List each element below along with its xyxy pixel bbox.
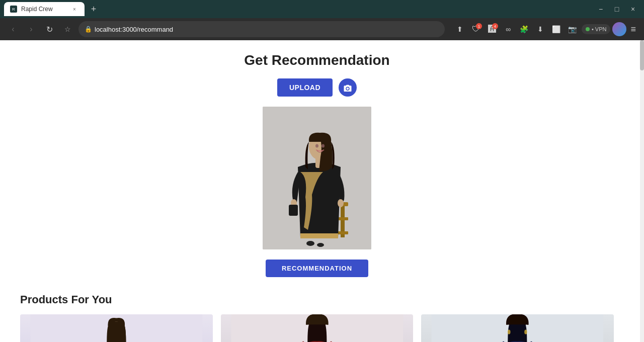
download-icon[interactable]: ⬇ xyxy=(533,22,547,36)
vpn-status-dot xyxy=(586,27,590,31)
products-grid xyxy=(20,314,614,342)
puzzle-icon[interactable]: 🧩 xyxy=(517,22,531,36)
page-title: Get Recommendation xyxy=(20,40,614,78)
vpn-button[interactable]: • VPN xyxy=(582,24,611,34)
svg-point-9 xyxy=(338,199,344,207)
reload-button[interactable]: ↻ xyxy=(42,22,56,36)
maximize-button[interactable]: □ xyxy=(610,2,624,16)
recommendation-button[interactable]: RECOMMENDATION xyxy=(266,260,368,277)
product-image-2 xyxy=(221,314,414,342)
share-icon[interactable]: ⬆ xyxy=(453,22,467,36)
product-model-1 xyxy=(20,314,213,342)
extension-icon-2[interactable]: 🅰 4 xyxy=(485,22,499,36)
camera-icon xyxy=(343,83,352,92)
svg-point-28 xyxy=(508,329,511,334)
image-container xyxy=(20,107,614,249)
tab-close-button[interactable]: × xyxy=(70,5,78,13)
address-wrapper: 🔒 localhost:3000/recommand xyxy=(78,21,445,37)
forward-button[interactable]: › xyxy=(24,22,38,36)
product-image-3 xyxy=(421,314,614,342)
tab-favicon: R xyxy=(10,6,17,13)
lock-icon: 🔒 xyxy=(85,26,92,33)
camera-extension-icon[interactable]: 📷 xyxy=(566,22,580,36)
product-card-3[interactable] xyxy=(421,314,614,342)
close-button[interactable]: × xyxy=(626,2,640,16)
product-card-1[interactable] xyxy=(20,314,213,342)
upload-section: UPLOAD xyxy=(20,78,614,97)
window-controls: − □ × xyxy=(594,2,640,16)
menu-button[interactable]: ≡ xyxy=(628,22,638,37)
address-bar: ‹ › ↻ ☆ 🔒 localhost:3000/recommand ⬆ 🛡 1… xyxy=(0,18,644,40)
svg-point-29 xyxy=(525,329,528,334)
svg-point-6 xyxy=(306,241,314,246)
tab-bar: R Rapid Crew × + − □ × xyxy=(0,0,644,18)
new-tab-button[interactable]: + xyxy=(87,2,101,16)
profile-avatar[interactable] xyxy=(612,22,626,36)
tab-title: Rapid Crew xyxy=(21,6,66,13)
products-section: Products For You xyxy=(20,293,614,342)
camera-button[interactable] xyxy=(339,78,357,97)
model-image-svg xyxy=(263,107,371,249)
scrollbar[interactable] xyxy=(640,40,644,342)
back-button[interactable]: ‹ xyxy=(6,22,20,36)
product-model-2 xyxy=(221,314,414,342)
browser-chrome: R Rapid Crew × + − □ × ‹ › ↻ ☆ 🔒 localho… xyxy=(0,0,644,342)
bookmark-button[interactable]: ☆ xyxy=(60,22,74,36)
main-content-wrapper: Get Recommendation UPLOAD xyxy=(0,40,634,342)
badge-2: 4 xyxy=(492,23,498,29)
toolbar-icons: ⬆ 🛡 1 🅰 4 ∞ 🧩 ⬇ ⬜ 📷 xyxy=(453,22,638,37)
svg-point-14 xyxy=(315,144,318,148)
svg-rect-10 xyxy=(289,205,298,216)
product-image-1 xyxy=(20,314,213,342)
svg-rect-11 xyxy=(300,233,338,238)
products-section-title: Products For You xyxy=(20,293,614,306)
upload-button[interactable]: UPLOAD xyxy=(277,78,333,97)
browser-tab[interactable]: R Rapid Crew × xyxy=(4,2,85,16)
page-content: Get Recommendation UPLOAD xyxy=(0,40,644,342)
link-icon[interactable]: ∞ xyxy=(501,22,515,36)
minimize-button[interactable]: − xyxy=(594,2,608,16)
split-view-icon[interactable]: ⬜ xyxy=(549,22,564,36)
scrollbar-thumb[interactable] xyxy=(640,40,644,70)
badge-1: 1 xyxy=(476,23,482,29)
extension-icon-1[interactable]: 🛡 1 xyxy=(469,22,483,36)
svg-point-7 xyxy=(317,243,324,247)
uploaded-image xyxy=(263,107,371,249)
address-input[interactable]: localhost:3000/recommand xyxy=(78,21,445,37)
product-model-3 xyxy=(421,314,614,342)
product-card-2[interactable] xyxy=(221,314,414,342)
svg-point-15 xyxy=(321,144,325,148)
